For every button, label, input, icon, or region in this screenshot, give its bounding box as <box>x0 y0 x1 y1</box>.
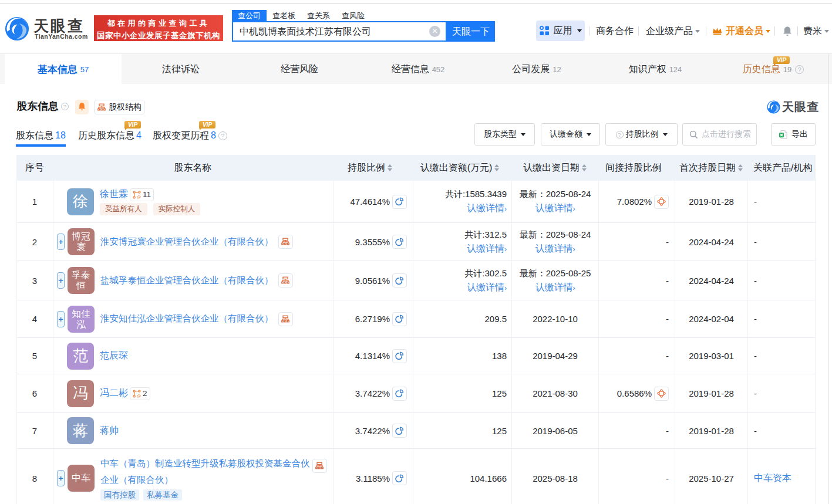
svg-text:企: 企 <box>137 393 142 398</box>
svg-text:企: 企 <box>137 194 142 199</box>
